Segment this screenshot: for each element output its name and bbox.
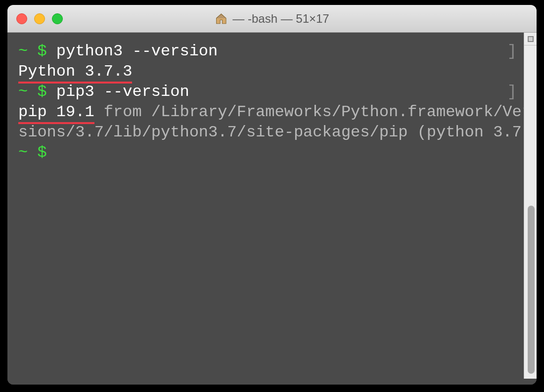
- terminal-body[interactable]: ~ $ python3 --version] Python 3.7.3 ~ $ …: [7, 33, 537, 385]
- window-title: — -bash — 51×17: [215, 12, 329, 26]
- command-text: python3 --version: [56, 42, 218, 60]
- prompt-tilde: ~: [18, 83, 28, 101]
- terminal-line: ~ $: [18, 143, 532, 163]
- line-end-bracket: ]: [507, 82, 517, 102]
- window-title-text: — -bash — 51×17: [232, 12, 329, 26]
- terminal-line: pip 19.1 from /Library/Frameworks/Python…: [18, 102, 532, 143]
- prompt-dollar: $: [37, 42, 46, 60]
- line-end-bracket: ]: [507, 42, 517, 62]
- scroll-indicator-icon: [528, 36, 534, 42]
- home-icon: [215, 12, 227, 25]
- pip-path-output: from /Library/Frameworks/Python.framewor…: [18, 103, 531, 141]
- terminal-line: ~ $ pip3 --version]: [18, 82, 532, 102]
- python-version-output: Python 3.7.3: [18, 62, 132, 82]
- terminal-content: ~ $ python3 --version] Python 3.7.3 ~ $ …: [18, 42, 532, 163]
- traffic-lights: [16, 13, 63, 24]
- command-text: pip3 --version: [56, 83, 189, 101]
- terminal-line: ~ $ python3 --version]: [18, 42, 532, 62]
- prompt-dollar: $: [37, 83, 46, 101]
- prompt-tilde: ~: [18, 143, 28, 162]
- prompt-tilde: ~: [18, 42, 28, 60]
- minimize-button[interactable]: [34, 13, 45, 24]
- scrollbar-track[interactable]: [524, 33, 537, 379]
- terminal-window: — -bash — 51×17 ~ $ python3 --version] P…: [7, 5, 537, 385]
- titlebar[interactable]: — -bash — 51×17: [7, 5, 537, 33]
- scroll-indicator-box[interactable]: [524, 33, 537, 45]
- maximize-button[interactable]: [52, 13, 63, 24]
- prompt-dollar: $: [37, 143, 46, 162]
- close-button[interactable]: [16, 13, 27, 24]
- terminal-line: Python 3.7.3: [18, 62, 532, 82]
- pip-version-output: pip 19.1: [18, 102, 94, 123]
- scrollbar-thumb[interactable]: [528, 206, 535, 374]
